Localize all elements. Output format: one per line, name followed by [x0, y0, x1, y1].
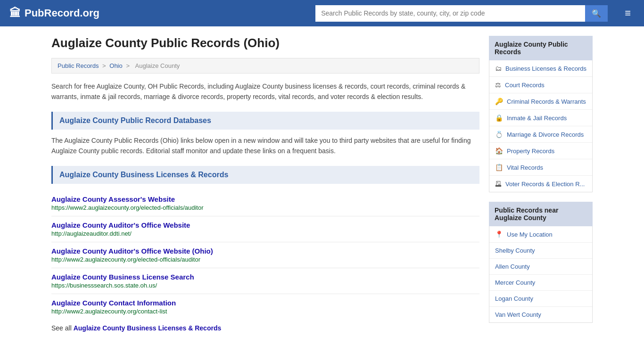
databases-info: The Auglaize County Public Records (Ohio… — [51, 135, 479, 156]
clipboard-icon: 📋 — [495, 164, 503, 171]
record-item: Auglaize County Auditor's Office Website… — [51, 216, 479, 242]
sidebar-item-vital[interactable]: 📋 Vital Records — [489, 159, 592, 176]
record-link-1[interactable]: Auglaize County Auditor's Office Website — [51, 221, 190, 229]
record-link-3[interactable]: Auglaize County Business License Search — [51, 273, 194, 281]
building-icon: 🏛 — [9, 7, 21, 20]
sidebar-link-inmate[interactable]: 🔒 Inmate & Jail Records — [489, 110, 592, 126]
record-item-title: Auglaize County Business License Search — [51, 273, 479, 281]
record-item: Auglaize County Assessor's Website https… — [51, 190, 479, 216]
page-title: Auglaize County Public Records (Ohio) — [51, 36, 479, 50]
record-url-link-3[interactable]: https://businesssearch.sos.state.oh.us/ — [51, 282, 157, 289]
record-url-link-1[interactable]: http://auglaizeauditor.ddti.net/ — [51, 230, 132, 237]
sidebar-link-court[interactable]: ⚖ Court Records — [489, 77, 592, 93]
sidebar-link-criminal[interactable]: 🔑 Criminal Records & Warrants — [489, 93, 592, 109]
record-item-url-0: https://www2.auglaizecounty.org/elected-… — [51, 204, 479, 211]
sidebar-link-property[interactable]: 🏠 Property Records — [489, 143, 592, 159]
business-records-list: Auglaize County Assessor's Website https… — [51, 190, 479, 320]
record-item: Auglaize County Auditor's Office Website… — [51, 242, 479, 268]
sidebar-link-voter[interactable]: 🗳 Voter Records & Election R... — [489, 176, 592, 192]
nearby-county-vanwert[interactable]: Van Wert County — [489, 307, 592, 322]
sidebar-label-marriage: Marriage & Divorce Records — [507, 131, 584, 138]
sidebar-label-criminal: Criminal Records & Warrants — [507, 98, 586, 105]
search-button[interactable]: 🔍 — [585, 5, 608, 22]
briefcase-icon: 🗂 — [495, 65, 502, 72]
sidebar-label-inmate: Inmate & Jail Records — [507, 115, 567, 122]
databases-section-header: Auglaize County Public Record Databases — [51, 112, 479, 130]
use-my-location-link[interactable]: 📍 Use My Location — [489, 226, 592, 243]
sidebar-item-court[interactable]: ⚖ Court Records — [489, 77, 592, 93]
location-icon: 📍 — [495, 230, 503, 238]
scale-icon: ⚖ — [495, 81, 501, 89]
see-all-label: See all — [51, 324, 74, 332]
sidebar-item-marriage[interactable]: 💍 Marriage & Divorce Records — [489, 126, 592, 143]
hamburger-button[interactable]: ≡ — [621, 5, 635, 21]
record-link-0[interactable]: Auglaize County Assessor's Website — [51, 195, 175, 203]
record-link-4[interactable]: Auglaize County Contact Information — [51, 299, 176, 307]
record-item: Auglaize County Contact Information http… — [51, 294, 479, 320]
sidebar-label-voter: Voter Records & Election R... — [505, 181, 585, 188]
record-url-link-0[interactable]: https://www2.auglaizecounty.org/elected-… — [51, 204, 204, 211]
sidebar-county-title: Auglaize County Public Records — [489, 36, 593, 60]
sidebar-link-business[interactable]: 🗂 Business Licenses & Records — [489, 60, 592, 76]
nearby-county-mercer[interactable]: Mercer County — [489, 275, 592, 291]
record-item-title: Auglaize County Auditor's Office Website… — [51, 247, 479, 255]
record-item-url-3: https://businesssearch.sos.state.oh.us/ — [51, 282, 479, 289]
sidebar-link-marriage[interactable]: 💍 Marriage & Divorce Records — [489, 126, 592, 142]
main-container: Auglaize County Public Records (Ohio) Pu… — [44, 26, 600, 342]
record-url-link-2[interactable]: http://www2.auglaizecounty.org/elected-o… — [51, 256, 200, 263]
site-logo-text: PubRecord.org — [25, 7, 99, 19]
sidebar: Auglaize County Public Records 🗂 Busines… — [489, 36, 593, 332]
site-logo[interactable]: 🏛 PubRecord.org — [9, 7, 99, 20]
breadcrumb-ohio[interactable]: Ohio — [109, 62, 122, 69]
record-item-title: Auglaize County Assessor's Website — [51, 195, 479, 203]
nearby-county-logan[interactable]: Logan County — [489, 291, 592, 307]
record-item-title: Auglaize County Auditor's Office Website — [51, 221, 479, 229]
content-area: Auglaize County Public Records (Ohio) Pu… — [51, 36, 479, 332]
site-header: 🏛 PubRecord.org 🔍 ≡ — [0, 0, 644, 26]
key-icon: 🔑 — [495, 98, 503, 105]
sidebar-label-property: Property Records — [507, 148, 554, 155]
sidebar-nearby: Public Records near Auglaize County 📍 Us… — [489, 202, 593, 323]
nearby-county-shelby[interactable]: Shelby County — [489, 243, 592, 259]
breadcrumb-sep-2: > — [126, 62, 131, 69]
sidebar-link-vital[interactable]: 📋 Vital Records — [489, 159, 592, 175]
sidebar-links-list: 🗂 Business Licenses & Records ⚖ Court Re… — [489, 60, 593, 192]
page-description: Search for free Auglaize County, OH Publ… — [51, 81, 479, 102]
ballot-icon: 🗳 — [495, 180, 502, 188]
record-item: Auglaize County Business License Search … — [51, 268, 479, 294]
search-bar: 🔍 — [315, 5, 608, 22]
business-section-header: Auglaize County Business Licenses & Reco… — [51, 166, 479, 184]
sidebar-nearby-title: Public Records near Auglaize County — [489, 202, 593, 226]
record-item-url-1: http://auglaizeauditor.ddti.net/ — [51, 230, 479, 237]
record-url-link-4[interactable]: http://www2.auglaizecounty.org/contact-l… — [51, 308, 167, 315]
search-input[interactable] — [315, 5, 585, 22]
see-all-section: See all Auglaize County Business License… — [51, 324, 479, 332]
sidebar-item-inmate[interactable]: 🔒 Inmate & Jail Records — [489, 110, 592, 126]
sidebar-item-business[interactable]: 🗂 Business Licenses & Records — [489, 60, 592, 77]
use-location-label: Use My Location — [507, 231, 553, 238]
ring-icon: 💍 — [495, 131, 503, 138]
record-item-url-2: http://www2.auglaizecounty.org/elected-o… — [51, 256, 479, 263]
sidebar-item-property[interactable]: 🏠 Property Records — [489, 143, 592, 159]
record-link-2[interactable]: Auglaize County Auditor's Office Website… — [51, 247, 213, 255]
sidebar-label-business: Business Licenses & Records — [505, 65, 586, 72]
breadcrumb: Public Records > Ohio > Auglaize County — [51, 58, 479, 74]
record-item-url-4: http://www2.auglaizecounty.org/contact-l… — [51, 308, 479, 315]
sidebar-label-court: Court Records — [505, 82, 545, 89]
nearby-county-allen[interactable]: Allen County — [489, 259, 592, 275]
see-all-link[interactable]: Auglaize County Business Licenses & Reco… — [74, 324, 222, 332]
sidebar-label-vital: Vital Records — [507, 164, 543, 171]
breadcrumb-sep-1: > — [102, 62, 107, 69]
sidebar-county-records: Auglaize County Public Records 🗂 Busines… — [489, 36, 593, 192]
breadcrumb-public-records[interactable]: Public Records — [58, 62, 99, 69]
home-icon: 🏠 — [495, 147, 503, 155]
lock-icon: 🔒 — [495, 114, 503, 122]
record-item-title: Auglaize County Contact Information — [51, 299, 479, 307]
sidebar-item-criminal[interactable]: 🔑 Criminal Records & Warrants — [489, 93, 592, 110]
near-section: 📍 Use My Location Shelby County Allen Co… — [489, 226, 593, 323]
sidebar-item-voter[interactable]: 🗳 Voter Records & Election R... — [489, 176, 592, 192]
breadcrumb-county: Auglaize County — [135, 62, 180, 69]
